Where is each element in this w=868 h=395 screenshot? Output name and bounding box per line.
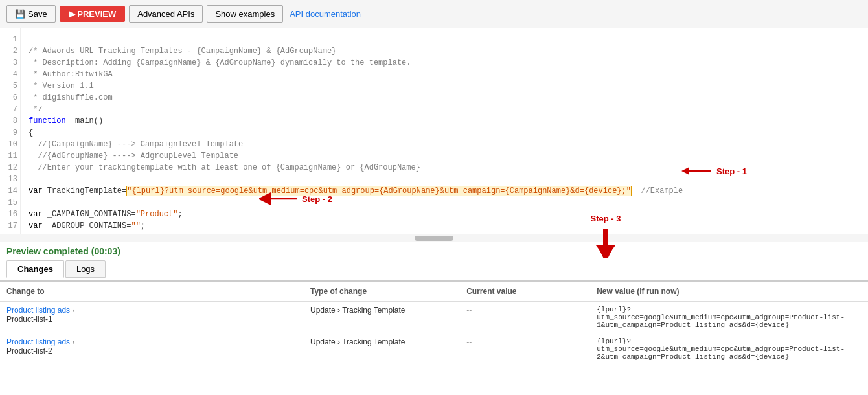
cell-new-value-1: {lpurl}? utm_source=google&utm_medium=cp…	[590, 333, 868, 365]
table-row: Product listing ads › Product-list-1 Upd…	[0, 302, 868, 333]
results-table-container[interactable]: Change to Type of change Current value N…	[0, 281, 868, 395]
code-text[interactable]: /* Adwords URL Tracking Templates - {Cam…	[21, 28, 868, 234]
api-documentation-link[interactable]: API documentation	[287, 6, 363, 22]
cell-type-1: Update › Tracking Template	[304, 333, 460, 365]
line-numbers: 123456 789101112 131415161718 19	[0, 28, 21, 234]
show-examples-button[interactable]: Show examples	[207, 5, 283, 23]
advanced-apis-button[interactable]: Advanced APIs	[129, 5, 203, 23]
save-label: Save	[28, 9, 47, 19]
preview-status-text: Preview completed (00:03)	[6, 246, 120, 256]
show-examples-label: Show examples	[215, 9, 275, 19]
col-header-current-value: Current value	[460, 282, 590, 302]
cell-current-0: --	[460, 302, 590, 333]
col-header-type-of-change: Type of change	[304, 282, 460, 302]
scrollbar-thumb[interactable]	[415, 236, 453, 241]
cell-new-value-0: {lpurl}? utm_source=google&utm_medium=cp…	[590, 302, 868, 333]
tab-logs[interactable]: Logs	[65, 260, 106, 278]
change-to-parent-0[interactable]: Product listing ads	[6, 306, 70, 315]
advanced-apis-label: Advanced APIs	[137, 9, 194, 19]
change-to-child-1: Product-list-2	[6, 346, 297, 356]
tab-changes[interactable]: Changes	[6, 260, 64, 278]
change-to-parent-1[interactable]: Product listing ads	[6, 337, 70, 346]
save-button[interactable]: 💾 Save	[6, 5, 56, 23]
cell-change-to-0: Product listing ads › Product-list-1	[0, 302, 304, 333]
cell-type-0: Update › Tracking Template	[304, 302, 460, 333]
api-doc-label: API documentation	[290, 9, 361, 19]
save-icon: 💾	[15, 9, 25, 19]
col-header-change-to: Change to	[0, 282, 304, 302]
cell-current-1: --	[460, 333, 590, 365]
horizontal-scrollbar[interactable]	[0, 234, 868, 242]
preview-label: ▶ PREVIEW	[69, 9, 117, 19]
table-body: Product listing ads › Product-list-1 Upd…	[0, 302, 868, 365]
preview-section: Preview completed (00:03) Changes Logs	[0, 242, 868, 281]
results-table: Change to Type of change Current value N…	[0, 282, 868, 365]
toolbar: 💾 Save ▶ PREVIEW Advanced APIs Show exam…	[0, 0, 868, 28]
preview-button[interactable]: ▶ PREVIEW	[60, 6, 126, 22]
col-header-new-value: New value (if run now)	[590, 282, 868, 302]
change-to-child-0: Product-list-1	[6, 315, 297, 324]
table-header: Change to Type of change Current value N…	[0, 282, 868, 302]
code-editor: 123456 789101112 131415161718 19 /* Adwo…	[0, 28, 868, 234]
preview-status: Preview completed (00:03)	[6, 246, 862, 256]
cell-change-to-1: Product listing ads › Product-list-2	[0, 333, 304, 365]
table-row: Product listing ads › Product-list-2 Upd…	[0, 333, 868, 365]
tabs-container: Changes Logs	[6, 260, 862, 278]
